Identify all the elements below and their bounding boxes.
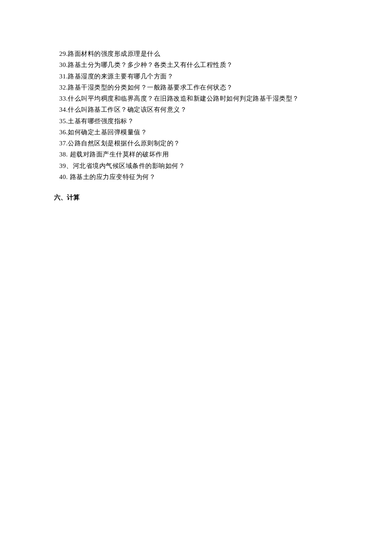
question-40: 40. 路基土的应力应变特征为何？ bbox=[59, 171, 349, 182]
question-30: 30.路基土分为哪几类？多少种？各类土又有什么工程性质？ bbox=[59, 59, 349, 70]
question-35: 35.土基有哪些强度指标？ bbox=[59, 116, 349, 127]
question-39: 39、河北省境内气候区域条件的影响如何？ bbox=[59, 160, 349, 171]
question-37: 37.公路自然区划是根据什么原则制定的？ bbox=[59, 138, 349, 149]
question-32: 32.路基干湿类型的分类如何？一般路基要求工作在何状态？ bbox=[59, 82, 349, 93]
question-36: 36.如何确定土基回弹模量值？ bbox=[59, 127, 349, 138]
question-33: 33.什么叫平均稠度和临界高度？在旧路改造和新建公路时如何判定路基干湿类型？ bbox=[59, 93, 349, 104]
section-six-heading: 六、计算 bbox=[54, 192, 349, 203]
question-34: 34.什么叫路基工作区？确定该区有何意义？ bbox=[59, 104, 349, 115]
question-38: 38. 超载对路面产生什莫样的破坏作用 bbox=[59, 149, 349, 160]
document-content: 29.路面材料的强度形成原理是什么 30.路基土分为哪几类？多少种？各类土又有什… bbox=[59, 48, 349, 203]
question-31: 31.路基湿度的来源主要有哪几个方面？ bbox=[59, 71, 349, 82]
question-29: 29.路面材料的强度形成原理是什么 bbox=[59, 48, 349, 59]
